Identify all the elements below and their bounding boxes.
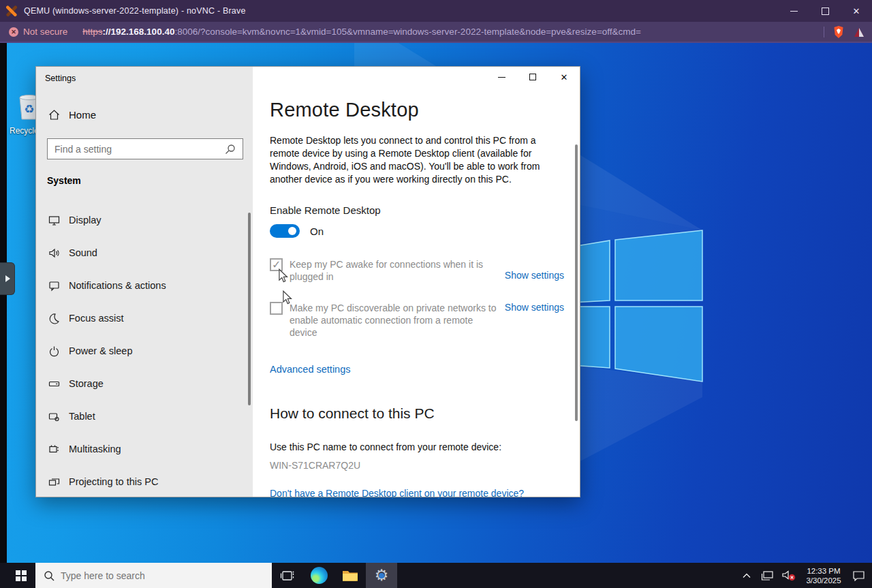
speaker-muted-icon (781, 570, 796, 582)
novnc-control-bar-handle[interactable] (0, 262, 15, 295)
action-center-icon (852, 570, 865, 581)
settings-maximize-button[interactable] (517, 67, 548, 87)
windows-logo-icon (16, 570, 27, 581)
nav-label: Focus assist (69, 313, 124, 324)
keep-awake-row: Keep my PC awake for connections when it… (270, 258, 564, 283)
maximize-icon (822, 7, 829, 15)
settings-app-title: Settings (45, 74, 76, 83)
nav-label: Projecting to this PC (69, 476, 158, 487)
sidebar-section-system: System (47, 175, 81, 186)
network-status-button[interactable] (760, 563, 776, 588)
address-url[interactable]: https://192.168.100.40:8006/?console=kvm… (82, 27, 641, 37)
url-scheme: https (82, 27, 102, 37)
taskbar-clock[interactable]: 12:33 PM 3/30/2025 (802, 566, 845, 585)
settings-minimize-button[interactable] (486, 67, 517, 87)
keep-awake-label: Keep my PC awake for connections when it… (290, 258, 488, 283)
search-icon (44, 570, 54, 581)
sidebar-item-home[interactable]: Home (48, 109, 185, 121)
toggle-state-label: On (310, 226, 324, 237)
system-tray: 12:33 PM 3/30/2025 (738, 563, 872, 588)
url-host: ://192.168.100.40 (103, 27, 175, 37)
sidebar-item-multitasking[interactable]: Multitasking (36, 433, 253, 465)
not-secure-label[interactable]: Not secure (23, 27, 67, 37)
browser-maximize-button[interactable] (809, 0, 841, 22)
sidebar-item-projecting[interactable]: Projecting to this PC (36, 465, 253, 498)
start-button[interactable] (7, 563, 35, 588)
no-client-link[interactable]: Don't have a Remote Desktop client on yo… (270, 488, 580, 499)
urlbar-separator (824, 27, 824, 37)
page-title: Remote Desktop (270, 99, 580, 121)
content-scrollbar[interactable] (575, 144, 578, 421)
search-icon (225, 144, 236, 155)
enable-remote-desktop-label: Enable Remote Desktop (270, 204, 580, 216)
file-explorer-button[interactable] (334, 563, 366, 588)
browser-titlebar: QEMU (windows-server-2022-template) - no… (0, 0, 872, 22)
enable-remote-desktop-toggle[interactable] (270, 224, 300, 238)
browser-minimize-button[interactable] (778, 0, 809, 22)
mouse-cursor (278, 268, 289, 283)
sidebar-item-sound[interactable]: Sound (36, 236, 253, 269)
projecting-icon (48, 476, 60, 488)
edge-icon (311, 567, 328, 584)
sidebar-scrollbar[interactable] (248, 213, 251, 405)
sidebar-home-label: Home (69, 109, 96, 121)
brave-shield-icon[interactable] (832, 25, 845, 39)
sidebar-item-notifications[interactable]: Notifications & actions (36, 269, 253, 302)
nav-label: Power & sleep (69, 345, 133, 356)
toggle-knob (288, 227, 296, 235)
sidebar-item-storage[interactable]: Storage (36, 367, 253, 400)
power-icon (48, 345, 60, 357)
settings-nav-list: Display Sound Notifications & actions Fo… (36, 204, 253, 498)
file-explorer-icon (342, 569, 358, 583)
discoverable-show-settings-link[interactable]: Show settings (505, 302, 564, 313)
novnc-favicon-icon (6, 5, 17, 16)
remote-desktop-page: Remote Desktop Remote Desktop lets you c… (253, 67, 580, 497)
settings-sidebar: Settings Home System Display (36, 67, 253, 497)
sidebar-item-tablet[interactable]: Tablet (36, 400, 253, 433)
extension-triangle-icon[interactable] (853, 26, 865, 38)
vnc-letterbox-strip (0, 43, 7, 588)
task-view-icon (280, 570, 295, 582)
chevron-up-icon (743, 573, 751, 578)
expand-arrow-icon (5, 275, 10, 282)
maximize-icon (529, 74, 536, 80)
svg-text:♻: ♻ (24, 103, 34, 116)
nav-label: Multitasking (69, 444, 121, 454)
nav-label: Storage (69, 378, 104, 389)
taskbar-search-box[interactable] (35, 563, 272, 588)
keep-awake-show-settings-link[interactable]: Show settings (505, 270, 564, 281)
browser-urlbar[interactable]: ✕ Not secure https://192.168.100.40:8006… (0, 22, 872, 42)
volume-button[interactable] (781, 563, 797, 588)
home-icon (48, 109, 60, 121)
settings-window: ✕ Settings Home System Display (35, 66, 580, 497)
clock-time: 12:33 PM (802, 566, 845, 576)
settings-search-input[interactable] (48, 144, 225, 155)
settings-close-button[interactable]: ✕ (548, 67, 580, 87)
browser-close-button[interactable]: ✕ (841, 0, 872, 22)
taskbar-search-input[interactable] (61, 570, 231, 581)
settings-app-button[interactable]: ⚙ (366, 563, 397, 588)
sidebar-item-power-sleep[interactable]: Power & sleep (36, 335, 253, 367)
minimize-icon (498, 77, 505, 78)
pc-name-instruction: Use this PC name to connect from your re… (270, 442, 580, 452)
advanced-settings-link[interactable]: Advanced settings (270, 364, 580, 375)
not-secure-icon[interactable]: ✕ (9, 27, 18, 37)
discoverable-checkbox[interactable] (270, 302, 283, 315)
notifications-icon (48, 280, 60, 292)
task-view-button[interactable] (272, 563, 303, 588)
clock-date: 3/30/2025 (802, 576, 845, 585)
nav-label: Tablet (69, 411, 95, 422)
multitasking-icon (48, 444, 60, 455)
sidebar-item-display[interactable]: Display (36, 204, 253, 236)
sidebar-item-focus-assist[interactable]: Focus assist (36, 302, 253, 335)
discoverable-label: Make my PC discoverable on private netwo… (290, 302, 498, 339)
action-center-button[interactable] (850, 563, 867, 588)
show-hidden-icons-button[interactable] (738, 563, 755, 588)
ethernet-network-icon (761, 570, 775, 581)
edge-browser-button[interactable] (303, 563, 334, 588)
how-to-connect-title: How to connect to this PC (270, 405, 580, 422)
sound-icon (48, 247, 60, 259)
browser-window-title: QEMU (windows-server-2022-template) - no… (24, 6, 246, 16)
display-icon (48, 215, 60, 226)
settings-search-box[interactable] (47, 138, 243, 159)
